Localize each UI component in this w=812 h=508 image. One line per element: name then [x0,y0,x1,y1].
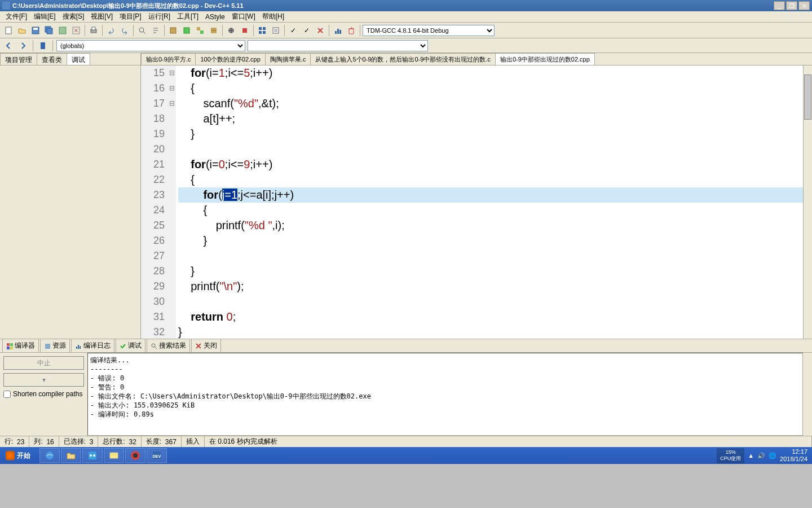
bottom-tab[interactable]: 关闭 [191,339,221,353]
stop-debug-icon[interactable] [239,24,251,37]
dropdown-button[interactable]: ▾ [3,373,84,387]
step-into-icon[interactable]: ✓ [301,24,313,37]
editor-tab[interactable]: 输出0-9中那些出现过的数02.cpp [495,53,595,65]
editor-tab[interactable]: 陶陶摘苹果.c [265,53,311,65]
toolbar-separator [85,25,85,36]
compiler-select[interactable]: TDM-GCC 4.8.1 64-bit Debug [363,25,495,36]
stop-icon[interactable] [314,24,326,37]
rebuild-icon[interactable] [208,24,220,37]
menu-item[interactable]: 工具[T] [174,11,202,23]
bottom-tab[interactable]: 搜索结果 [147,339,190,353]
debug-icon[interactable] [225,24,237,37]
status-sel: 已选择: 3 [59,436,99,447]
bottom-tab[interactable]: 编译日志 [71,339,114,353]
save-icon[interactable] [29,24,42,37]
trash-icon[interactable] [345,24,358,37]
bottom-tab[interactable]: 调试 [116,339,145,353]
code-editor[interactable]: for(i=1;i<=5;i++) { scanf("%d",&t); a[t]… [176,65,803,339]
volume-icon[interactable]: 🔊 [757,452,765,459]
network-icon[interactable]: 🌐 [769,452,776,459]
step-over-icon[interactable]: ✓ [287,24,299,37]
fold-column[interactable]: ⊟⊟⊟ [168,65,176,339]
editor-area: 输出0-9的平方.c100个数的逆序02.cpp陶陶摘苹果.c从键盘上输入5个0… [141,53,812,339]
bottom-tab[interactable]: 资源 [40,339,70,353]
left-tab[interactable]: 调试 [67,53,90,65]
start-button[interactable]: 开始 [0,447,36,464]
svg-point-35 [46,452,54,459]
menu-item[interactable]: 帮助[H] [259,11,288,23]
maximize-button[interactable]: ❐ [786,1,797,10]
undo-icon[interactable] [105,24,117,37]
fold-toggle[interactable]: ⊟ [168,96,176,111]
symbol-select[interactable] [248,40,428,51]
vertical-scrollbar[interactable] [803,65,812,339]
devcpp-icon[interactable]: DEV [147,448,167,463]
toolbar-separator [222,25,223,36]
bookmark-icon[interactable] [37,40,49,52]
svg-rect-17 [259,27,262,30]
svg-rect-23 [337,29,339,34]
shorten-paths-input[interactable] [3,391,11,398]
menubar: 文件[F]编辑[E]搜索[S]视图[V]项目[P]运行[R]工具[T]AStyl… [0,11,812,23]
editor-tab[interactable]: 100个数的逆序02.cpp [195,53,265,65]
output-scrollbar[interactable] [803,353,812,436]
open-file-icon[interactable] [16,24,28,37]
replace-icon[interactable] [149,24,162,37]
svg-rect-5 [59,27,66,34]
compile-output[interactable]: 编译结果... -------- - 错误: 0 - 警告: 0 - 输出文件名… [87,353,803,436]
compile-icon[interactable] [167,24,179,37]
main-area: 项目管理查看类调试 输出0-9的平方.c100个数的逆序02.cpp陶陶摘苹果.… [0,53,812,339]
menu-item[interactable]: AStyle [202,12,228,22]
forward-icon[interactable] [17,40,29,52]
editor-body[interactable]: 151617181920212223242526272829303132 ⊟⊟⊟… [141,65,812,339]
redo-icon[interactable] [118,24,131,37]
scrollbar-thumb[interactable] [804,75,811,120]
save-as-icon[interactable] [56,24,69,37]
bottom-panel: 中止 ▾ Shorten compiler paths 编译结果... ----… [0,352,812,436]
app2-icon[interactable] [104,448,124,463]
save-all-icon[interactable] [43,24,55,37]
run-icon[interactable] [180,24,193,37]
menu-item[interactable]: 编辑[E] [30,11,59,23]
svg-rect-30 [45,344,50,349]
toolbar-separator [284,25,285,36]
find-icon[interactable] [136,24,148,37]
options-icon[interactable] [270,24,282,37]
print-icon[interactable] [87,24,100,37]
abort-button[interactable]: 中止 [3,356,84,370]
toolbar-separator [102,25,103,36]
apps-icon[interactable] [256,24,268,37]
menu-item[interactable]: 项目[P] [116,11,145,23]
fold-toggle[interactable]: ⊟ [168,65,176,81]
line-gutter: 151617181920212223242526272829303132 [141,65,168,339]
close-button[interactable]: ✕ [798,1,810,10]
new-file-icon[interactable] [2,24,15,37]
menu-item[interactable]: 窗口[W] [228,11,259,23]
menu-item[interactable]: 视图[V] [87,11,116,23]
left-tab[interactable]: 项目管理 [0,53,37,65]
left-tab[interactable]: 查看类 [37,53,67,65]
compile-run-icon[interactable] [194,24,206,37]
close-file-icon[interactable] [70,24,82,37]
app3-icon[interactable] [125,448,145,463]
menu-item[interactable]: 搜索[S] [59,11,88,23]
clock[interactable]: 12:172018/1/24 [780,448,807,463]
cpu-meter[interactable]: 15%CPU使用 [717,448,744,463]
minimize-button[interactable]: _ [774,1,785,10]
profile-icon[interactable] [332,24,344,37]
fold-toggle[interactable]: ⊟ [168,81,176,96]
bottom-tab[interactable]: 编译器 [2,339,39,353]
menu-item[interactable]: 文件[F] [2,11,30,23]
ie-icon[interactable] [39,448,60,463]
tray-arrow-icon[interactable]: ▲ [748,452,754,459]
window-controls: _ ❐ ✕ [774,1,810,10]
status-parse: 在 0.016 秒内完成解析 [205,436,812,447]
explorer-icon[interactable] [61,448,81,463]
shorten-paths-checkbox[interactable]: Shorten compiler paths [3,390,84,398]
app1-icon[interactable] [82,448,103,463]
editor-tab[interactable]: 从键盘上输入5个0-9的数，然后输出0-9中那些没有出现过的数.c [310,53,495,65]
editor-tab[interactable]: 输出0-9的平方.c [141,53,196,65]
menu-item[interactable]: 运行[R] [145,11,174,23]
scope-select[interactable]: (globals) [56,40,245,51]
back-icon[interactable] [2,40,15,52]
